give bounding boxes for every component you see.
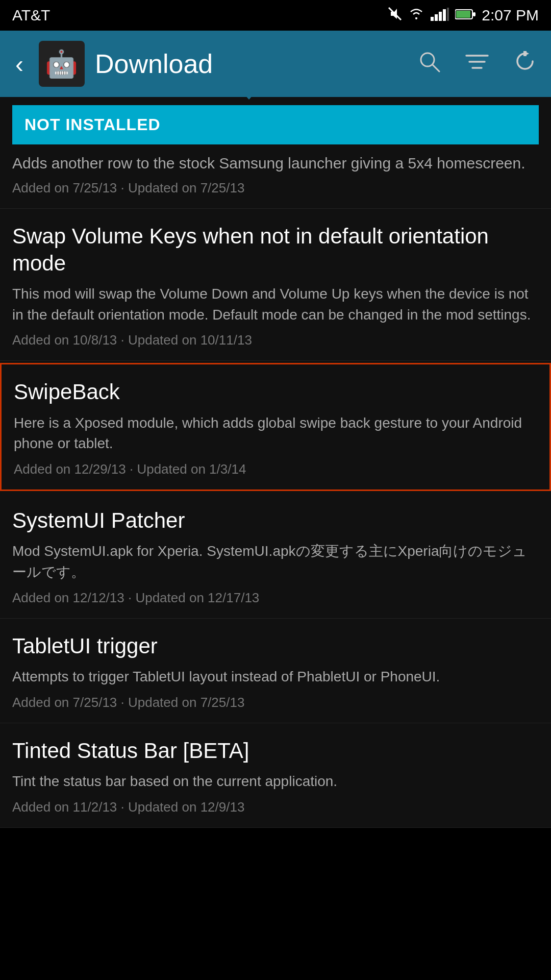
- list-item-desc: Mod SystemUI.apk for Xperia. SystemUI.ap…: [12, 541, 539, 582]
- toolbar-title: Download: [95, 48, 403, 79]
- list-item[interactable]: Swap Volume Keys when not in default ori…: [0, 209, 551, 361]
- not-installed-banner: NOT INSTALLED: [12, 105, 539, 144]
- signal-icon: [431, 8, 449, 23]
- mute-icon: [388, 7, 402, 24]
- list-item[interactable]: SwipeBackHere is a Xposed module, which …: [0, 363, 551, 491]
- toolbar-title-wrap: Download: [95, 48, 403, 79]
- partial-list-item[interactable]: NOT INSTALLED Adds another row to the st…: [0, 97, 551, 209]
- carrier-label: AT&T: [12, 7, 50, 24]
- partial-item-desc: Adds another row to the stock Samsung la…: [12, 153, 539, 174]
- svg-rect-2: [431, 17, 434, 21]
- list-item-title: SwipeBack: [14, 379, 537, 406]
- list-item-title: Swap Volume Keys when not in default ori…: [12, 223, 539, 277]
- toolbar: ‹ 🤖 Download: [0, 31, 551, 97]
- list-item-title: TabletUI trigger: [12, 633, 539, 660]
- list-item-desc: Tint the status bar based on the current…: [12, 771, 539, 792]
- partial-item-meta: Added on 7/25/13 · Updated on 7/25/13: [12, 180, 539, 196]
- status-time: 2:07 PM: [482, 7, 539, 24]
- list-item[interactable]: Tinted Status Bar [BETA]Tint the status …: [0, 723, 551, 828]
- list-item-meta: Added on 12/29/13 · Updated on 1/3/14: [14, 461, 537, 477]
- not-installed-label: NOT INSTALLED: [24, 115, 161, 134]
- android-bug-icon: 🤖: [45, 48, 78, 80]
- battery-icon: [455, 9, 475, 22]
- svg-point-1: [415, 17, 417, 19]
- list-item-title: SystemUI Patcher: [12, 507, 539, 534]
- content-area: NOT INSTALLED Adds another row to the st…: [0, 97, 551, 828]
- wifi-icon: [408, 7, 424, 24]
- svg-line-11: [433, 65, 439, 71]
- list-item-desc: This mod will swap the Volume Down and V…: [12, 284, 539, 325]
- app-logo: 🤖: [39, 41, 85, 87]
- back-button[interactable]: ‹: [10, 45, 29, 83]
- list-item-desc: Attempts to trigger TabletUI layout inst…: [12, 667, 539, 688]
- svg-rect-6: [447, 8, 449, 21]
- svg-rect-4: [439, 12, 442, 21]
- search-button[interactable]: [413, 45, 445, 83]
- list-item[interactable]: TabletUI triggerAttempts to trigger Tabl…: [0, 619, 551, 723]
- toolbar-actions: [413, 45, 541, 83]
- refresh-button[interactable]: [509, 45, 541, 83]
- svg-rect-9: [473, 12, 475, 16]
- module-list: Swap Volume Keys when not in default ori…: [0, 209, 551, 828]
- svg-rect-5: [443, 9, 446, 21]
- active-tab-indicator: [239, 88, 259, 100]
- list-item-meta: Added on 11/2/13 · Updated on 12/9/13: [12, 799, 539, 815]
- svg-rect-3: [435, 14, 438, 21]
- filter-button[interactable]: [461, 46, 493, 82]
- list-item[interactable]: SystemUI PatcherMod SystemUI.apk for Xpe…: [0, 493, 551, 619]
- list-item-title: Tinted Status Bar [BETA]: [12, 738, 539, 765]
- status-icons: 2:07 PM: [388, 7, 539, 24]
- list-item-meta: Added on 7/25/13 · Updated on 7/25/13: [12, 695, 539, 710]
- list-item-meta: Added on 12/12/13 · Updated on 12/17/13: [12, 590, 539, 606]
- svg-rect-8: [456, 11, 470, 18]
- status-bar: AT&T: [0, 0, 551, 31]
- list-item-desc: Here is a Xposed module, which adds glob…: [14, 413, 537, 454]
- list-item-meta: Added on 10/8/13 · Updated on 10/11/13: [12, 332, 539, 348]
